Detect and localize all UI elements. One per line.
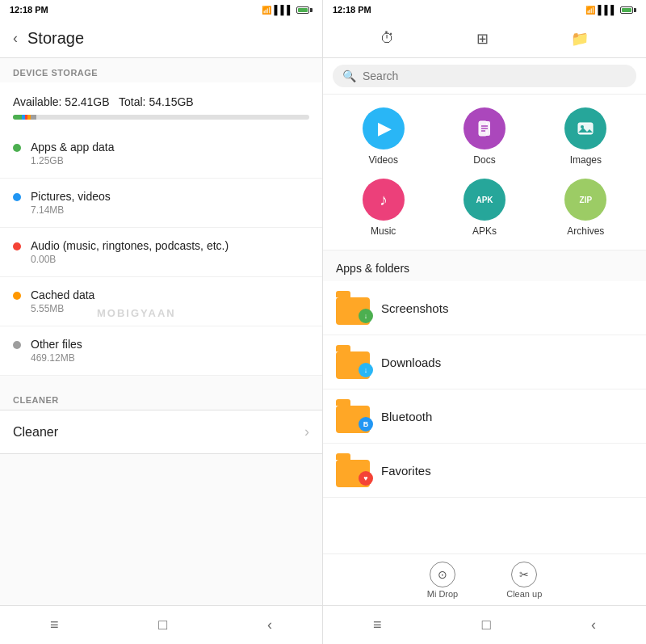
wifi-icon-right: 📶 [585,6,595,15]
folder-bluetooth[interactable]: B Bluetooth [323,389,646,444]
section-device-storage: DEVICE STORAGE [0,58,322,82]
badge-downloads: ↓ [359,363,373,377]
signal-icon-left: ▌▌▌ [275,5,293,15]
storage-item[interactable]: Pictures, videos 7.14MB [0,179,322,228]
cleaner-label: Cleaner [13,425,304,440]
home-icon-left[interactable]: □ [158,617,167,633]
folder-screenshots-label: Screenshots [381,301,448,315]
storage-bar [13,115,309,120]
status-icons-left: 📶 ▌▌▌ [262,5,313,15]
bar-other [31,115,36,120]
file-categories: ▶ Videos Docs Images ♪ Music [323,95,646,250]
music-icon: ♪ [363,179,405,221]
menu-icon-left[interactable]: ≡ [50,617,59,633]
storage-items-list: Apps & app data 1.25GB Pictures, videos … [0,129,322,376]
docs-icon [464,107,505,149]
dot-pictures [13,193,21,201]
search-input-wrap[interactable]: 🔍 [333,65,636,87]
category-apks[interactable]: APK APKs [440,179,528,237]
dot-apps [13,144,21,152]
back-button[interactable]: ‹ [13,30,18,47]
folder-icon[interactable]: 📁 [571,30,589,48]
toolbar-left: ‹ Storage [0,19,322,58]
status-icons-right: 📶 ▌▌▌ [585,5,636,15]
signal-icon-right: ▌▌▌ [598,5,617,15]
category-videos-label: Videos [368,154,397,166]
storage-item[interactable]: Other files 469.12MB [0,326,322,376]
folder-bluetooth-label: Bluetooth [381,410,432,423]
menu-icon-right[interactable]: ≡ [373,617,382,633]
folder-favorites[interactable]: ♥ Favorites [323,444,646,498]
folder-icon-downloads: ↓ [336,345,370,379]
apks-icon: APK [464,179,505,221]
bottom-actions: ⊙ Mi Drop ✂ Clean up [323,554,646,605]
bar-apps [13,115,22,120]
badge-favorites: ♥ [359,471,373,486]
nav-bar-left: ≡ □ ‹ [0,605,322,644]
cleaner-section: CLEANER Cleaner › [0,385,322,454]
storage-item[interactable]: Apps & app data 1.25GB [0,129,322,179]
badge-screenshots: ↓ [359,309,373,323]
category-apks-label: APKs [472,225,497,237]
spacer-left [0,454,322,605]
nav-bar-right: ≡ □ ‹ [323,605,646,644]
cleaner-item[interactable]: Cleaner › [0,410,322,454]
midrop-label: Mi Drop [427,589,459,599]
search-icon: 🔍 [342,69,356,82]
search-bar: 🔍 [323,58,646,95]
images-icon [564,107,606,149]
svg-point-7 [581,125,584,128]
left-panel: 12:18 PM 📶 ▌▌▌ ‹ Storage DEVICE STORAGE … [0,0,323,644]
battery-icon-right [620,6,636,14]
category-music[interactable]: ♪ Music [339,179,427,237]
back-icon-right[interactable]: ‹ [591,617,596,633]
category-archives-label: Archives [567,225,604,237]
dot-cache [13,292,21,300]
search-input[interactable] [363,69,627,82]
cleanup-action[interactable]: ✂ Clean up [506,562,542,599]
back-icon-left[interactable]: ‹ [267,617,272,633]
dot-other [13,341,21,349]
category-videos[interactable]: ▶ Videos [339,107,427,166]
recent-icon[interactable]: ⏱ [380,30,395,47]
category-docs[interactable]: Docs [440,107,528,166]
category-images[interactable]: Images [542,107,630,166]
page-title: Storage [27,29,84,48]
category-music-label: Music [371,225,396,237]
midrop-action[interactable]: ⊙ Mi Drop [427,562,459,599]
category-archives[interactable]: ZIP Archives [542,179,630,237]
cleanup-label: Clean up [506,589,542,599]
cleanup-icon: ✂ [511,562,537,587]
grid-icon[interactable]: ⊞ [476,30,489,48]
section-cleaner-header: CLEANER [0,385,322,410]
folder-favorites-label: Favorites [381,464,431,478]
midrop-icon: ⊙ [430,562,455,587]
dot-audio [13,242,21,250]
chevron-right-icon: › [304,423,309,440]
battery-icon-left [296,6,313,14]
time-left: 12:18 PM [10,5,48,15]
archives-icon: ZIP [564,179,606,221]
file-toolbar: ⏱ ⊞ 📁 [323,19,646,58]
videos-icon: ▶ [363,107,405,149]
storage-item[interactable]: Cached data 5.55MB [0,277,322,326]
status-bar-right: 12:18 PM 📶 ▌▌▌ [323,0,646,19]
home-icon-right[interactable]: □ [482,617,491,633]
wifi-icon-left: 📶 [262,6,271,15]
apps-folders-header: Apps & folders [323,250,646,281]
category-docs-label: Docs [473,154,495,166]
folder-downloads-label: Downloads [381,356,441,369]
folder-icon-screenshots: ↓ [336,291,370,325]
storage-info: Available: 52.41GB Total: 54.15GB [0,82,322,129]
badge-bluetooth: B [359,417,373,431]
time-right: 12:18 PM [333,5,371,15]
status-bar-left: 12:18 PM 📶 ▌▌▌ [0,0,322,19]
folder-downloads[interactable]: ↓ Downloads [323,335,646,389]
storage-item[interactable]: Audio (music, ringtones, podcasts, etc.)… [0,228,322,277]
category-images-label: Images [570,154,602,166]
right-panel: 12:18 PM 📶 ▌▌▌ ⏱ ⊞ 📁 🔍 ▶ Videos [323,0,646,644]
folder-screenshots[interactable]: ↓ Screenshots [323,281,646,335]
storage-availability: Available: 52.41GB Total: 54.15GB [13,95,309,108]
folder-icon-bluetooth: B [336,399,370,433]
folder-list: ↓ Screenshots ↓ Downloads B Bluetooth [323,281,646,554]
